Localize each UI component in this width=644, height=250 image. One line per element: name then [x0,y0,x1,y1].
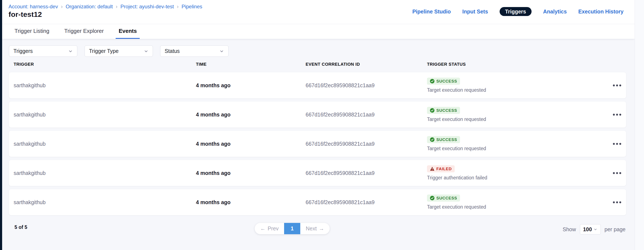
trigger-status-cell: SUCCESS Target execution requested [427,78,608,93]
event-correlation-id: 667d16f2ec895908821c1aa9 [306,199,427,205]
breadcrumb-account-link[interactable]: Account: harness-dev [8,4,58,10]
per-page-label: per page [604,226,626,232]
nav-input-sets[interactable]: Input Sets [462,7,488,16]
trigger-name: sarthakgithub [14,170,196,176]
ellipsis-icon [613,114,615,116]
event-row[interactable]: sarthakgithub 4 months ago 667d16f2ec895… [9,101,626,128]
event-row[interactable]: sarthakgithub 4 months ago 667d16f2ec895… [9,131,626,157]
column-header-time: TIME [196,62,306,67]
success-check-icon [430,79,434,83]
column-header-trigger-status: TRIGGER STATUS [427,62,608,67]
ellipsis-icon [616,172,618,174]
status-badge: SUCCESS [427,78,460,85]
page-header: Account: harness-dev › Organization: def… [2,0,635,24]
trigger-name: sarthakgithub [14,82,196,88]
status-message: Target execution requested [427,87,486,93]
trigger-status-cell: SUCCESS Target execution requested [427,195,608,210]
current-page-button[interactable]: 1 [284,223,300,234]
event-time: 4 months ago [196,111,306,118]
ellipsis-icon [616,143,618,145]
triggers-filter-dropdown[interactable]: Triggers [9,45,77,57]
prev-label: Prev [268,225,278,232]
status-label: SUCCESS [436,137,457,142]
nav-triggers[interactable]: Triggers [500,7,532,16]
tab-trigger-explorer[interactable]: Trigger Explorer [61,24,107,39]
event-row[interactable]: sarthakgithub 4 months ago 667d16f2ec895… [9,72,626,98]
event-correlation-id: 667d16f2ec895908821c1aa9 [306,170,427,176]
success-check-icon [430,196,434,200]
next-page-button[interactable]: Next → [300,223,330,234]
nav-execution-history[interactable]: Execution History [578,7,624,16]
arrow-right-icon: → [319,225,324,232]
scrollbar-gutter[interactable] [635,0,644,250]
event-correlation-id: 667d16f2ec895908821c1aa9 [306,141,427,147]
breadcrumb-organization-link[interactable]: Organization: default [66,4,113,10]
column-header-event-correlation-id: EVENT CORRELATION ID [306,62,427,67]
failed-warning-icon [430,167,434,171]
chevron-down-icon [68,49,73,54]
ellipsis-icon [616,114,618,116]
breadcrumb-project-link[interactable]: Project: ayushi-dev-test [120,4,174,10]
status-badge: SUCCESS [427,107,460,114]
pagination: ← Prev 1 Next → [255,223,330,234]
status-filter-label: Status [164,48,180,54]
page-size-dropdown[interactable]: 100 [580,224,601,234]
page-size-value: 100 [583,226,592,232]
status-message: Target execution requested [427,146,486,152]
status-badge: FAILED [427,165,455,172]
show-label: Show [563,226,576,232]
chevron-down-icon [219,49,224,54]
event-row[interactable]: sarthakgithub 4 months ago 667d16f2ec895… [9,160,626,186]
ellipsis-icon [619,114,621,116]
left-nav-edge [0,0,2,250]
success-check-icon [430,137,434,142]
success-check-icon [430,108,434,113]
status-badge: SUCCESS [427,136,460,143]
next-label: Next [306,225,317,232]
event-time: 4 months ago [196,82,306,88]
nav-pipeline-studio[interactable]: Pipeline Studio [412,7,451,16]
arrow-left-icon: ← [260,225,266,232]
row-actions-menu-button[interactable] [608,101,626,128]
event-time: 4 months ago [196,141,306,147]
ellipsis-icon [619,84,621,86]
breadcrumb-separator: › [61,4,62,10]
status-badge: SUCCESS [427,195,460,202]
chevron-down-icon [144,49,148,54]
ellipsis-icon [616,84,618,86]
ellipsis-icon [613,84,615,86]
status-filter-dropdown[interactable]: Status [160,45,228,57]
tab-events[interactable]: Events [116,24,140,39]
prev-page-button[interactable]: ← Prev [255,223,284,234]
page-title: for-test12 [8,10,42,19]
status-label: SUCCESS [436,79,457,84]
row-actions-menu-button[interactable] [608,72,626,98]
trigger-status-cell: SUCCESS Target execution requested [427,107,608,122]
breadcrumb-pipelines-link[interactable]: Pipelines [182,4,202,10]
breadcrumb: Account: harness-dev › Organization: def… [8,4,202,10]
ellipsis-icon [619,172,621,174]
ellipsis-icon [619,143,621,145]
ellipsis-icon [613,143,615,145]
trigger-name: sarthakgithub [14,199,196,205]
status-label: SUCCESS [436,108,457,113]
nav-analytics[interactable]: Analytics [543,7,567,16]
row-actions-menu-button[interactable] [608,160,626,186]
trigger-status-cell: FAILED Trigger authentication failed [427,165,608,181]
status-label: SUCCESS [436,196,457,200]
ellipsis-icon [619,201,621,203]
results-count: 5 of 5 [14,224,27,230]
event-row[interactable]: sarthakgithub 4 months ago 667d16f2ec895… [9,189,626,215]
trigger-tabs: Trigger Listing Trigger Explorer Events [2,24,635,39]
row-actions-menu-button[interactable] [608,189,626,215]
event-filters: Triggers Trigger Type Status [9,45,228,57]
tab-trigger-listing[interactable]: Trigger Listing [12,24,52,39]
events-table-header: TRIGGER TIME EVENT CORRELATION ID TRIGGE… [9,61,626,67]
trigger-type-filter-dropdown[interactable]: Trigger Type [84,45,153,57]
status-message: Target execution requested [427,116,486,122]
events-table-body: sarthakgithub 4 months ago 667d16f2ec895… [9,72,626,218]
trigger-type-filter-label: Trigger Type [89,48,118,54]
breadcrumb-separator: › [116,4,118,10]
row-actions-menu-button[interactable] [608,131,626,157]
ellipsis-icon [613,172,615,174]
